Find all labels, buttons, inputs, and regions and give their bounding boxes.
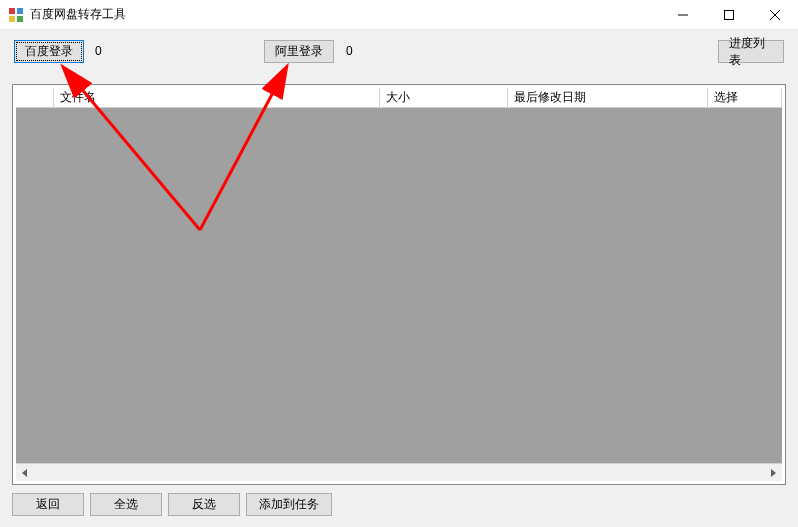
close-button[interactable] — [752, 0, 798, 30]
add-to-task-button[interactable]: 添加到任务 — [246, 493, 332, 516]
maximize-button[interactable] — [706, 0, 752, 30]
window-titlebar: 百度网盘转存工具 — [0, 0, 798, 30]
bottom-toolbar: 返回 全选 反选 添加到任务 — [12, 493, 786, 519]
column-header-select[interactable]: 选择 — [708, 88, 782, 108]
client-area: 百度登录 0 阿里登录 0 进度列表 文件名 大小 最后修改日期 选择 — [0, 30, 798, 527]
svg-rect-3 — [17, 16, 23, 22]
ali-login-button[interactable]: 阿里登录 — [264, 40, 334, 63]
ali-count-label: 0 — [346, 44, 353, 58]
svg-marker-8 — [22, 469, 27, 477]
svg-rect-1 — [17, 8, 23, 14]
column-header-last-modified[interactable]: 最后修改日期 — [508, 88, 708, 108]
back-button[interactable]: 返回 — [12, 493, 84, 516]
baidu-count-label: 0 — [95, 44, 102, 58]
scrollbar-track[interactable] — [34, 464, 764, 481]
column-header-size[interactable]: 大小 — [380, 88, 508, 108]
listview-body[interactable] — [16, 108, 782, 463]
svg-marker-9 — [771, 469, 776, 477]
column-header-blank[interactable] — [16, 88, 54, 108]
invert-selection-button[interactable]: 反选 — [168, 493, 240, 516]
window-controls — [660, 0, 798, 30]
minimize-button[interactable] — [660, 0, 706, 30]
select-all-button[interactable]: 全选 — [90, 493, 162, 516]
listview-frame: 文件名 大小 最后修改日期 选择 — [12, 84, 786, 485]
baidu-login-button[interactable]: 百度登录 — [14, 40, 84, 63]
progress-list-button[interactable]: 进度列表 — [718, 40, 784, 63]
app-icon — [8, 7, 24, 23]
scroll-right-icon[interactable] — [764, 464, 782, 481]
svg-rect-0 — [9, 8, 15, 14]
svg-rect-5 — [725, 11, 734, 20]
listview-header-row: 文件名 大小 最后修改日期 选择 — [16, 88, 782, 108]
top-toolbar: 百度登录 0 阿里登录 0 进度列表 — [0, 40, 798, 66]
svg-rect-2 — [9, 16, 15, 22]
listview[interactable]: 文件名 大小 最后修改日期 选择 — [16, 88, 782, 481]
horizontal-scrollbar[interactable] — [16, 463, 782, 481]
scroll-left-icon[interactable] — [16, 464, 34, 481]
column-header-filename[interactable]: 文件名 — [54, 88, 380, 108]
window-title: 百度网盘转存工具 — [30, 6, 126, 23]
